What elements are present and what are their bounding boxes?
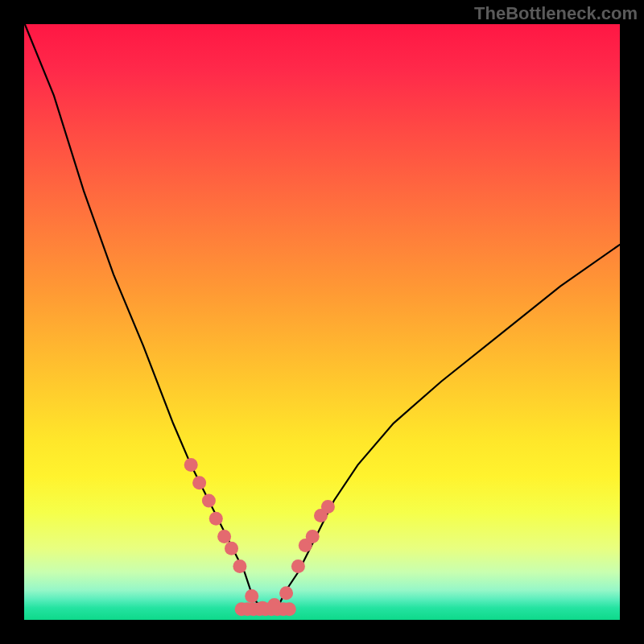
highlight-marker — [245, 589, 258, 603]
highlight-marker — [192, 476, 206, 489]
optimal-marker — [283, 602, 296, 616]
highlight-marker — [209, 512, 223, 526]
bottleneck-chart — [0, 0, 644, 644]
highlight-marker — [291, 559, 305, 573]
watermark-text: TheBottleneck.com — [474, 3, 638, 24]
highlight-marker — [217, 530, 231, 543]
plot-background — [24, 24, 620, 620]
highlight-marker — [306, 530, 320, 543]
highlight-marker — [256, 601, 270, 615]
highlight-marker — [321, 500, 335, 514]
highlight-marker — [225, 542, 238, 555]
highlight-marker — [279, 586, 293, 600]
chart-stage: TheBottleneck.com — [0, 0, 644, 644]
highlight-marker — [233, 559, 246, 573]
highlight-marker — [267, 598, 281, 612]
highlight-marker — [184, 458, 198, 472]
highlight-marker — [202, 494, 216, 508]
